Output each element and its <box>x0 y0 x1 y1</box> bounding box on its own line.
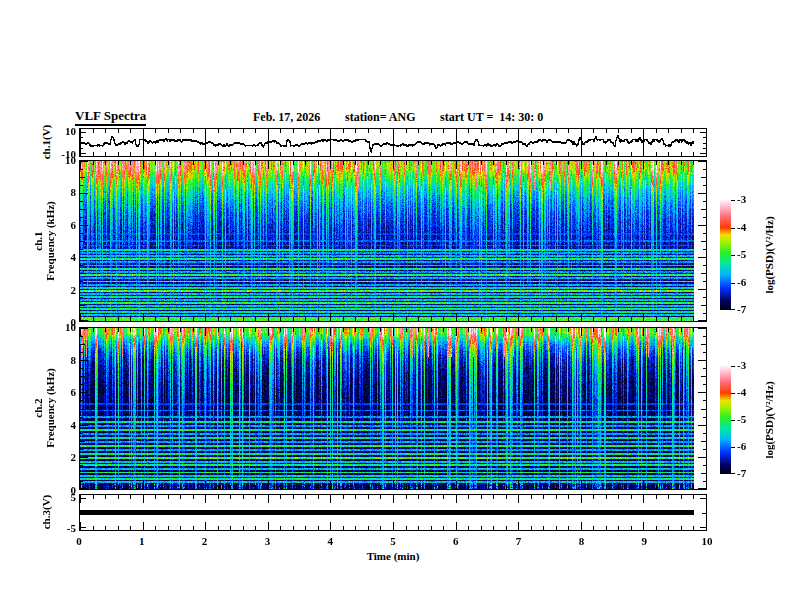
tick-mark <box>556 526 557 530</box>
tick-mark <box>406 317 407 321</box>
tick-mark <box>280 495 281 499</box>
tick-mark <box>456 313 457 321</box>
tick-mark <box>180 152 181 156</box>
colorbar-tick-label: -5 <box>737 248 746 260</box>
tick-mark <box>293 129 294 133</box>
tick-mark <box>205 328 206 336</box>
tick-mark <box>305 129 306 133</box>
tick-mark <box>693 129 694 133</box>
tick-mark <box>330 161 331 169</box>
tick-mark <box>681 485 682 489</box>
tick-mark <box>681 317 682 321</box>
tick-mark <box>703 143 706 144</box>
tick-mark <box>731 283 735 284</box>
tick-mark <box>701 409 706 410</box>
tick-mark <box>556 317 557 321</box>
tick-mark <box>731 228 735 229</box>
tick-mark <box>280 317 281 321</box>
tick-mark <box>693 152 694 156</box>
tick-mark <box>668 526 669 530</box>
tick-mark <box>701 177 706 178</box>
tick-mark <box>568 495 569 499</box>
tick-mark <box>618 328 619 332</box>
tick-mark <box>380 328 381 332</box>
ch2-spec-axis-label-line2: Frequency (kHz) <box>44 368 56 448</box>
tick-mark <box>80 289 88 290</box>
tick-mark <box>105 161 106 165</box>
tick-mark <box>343 495 344 499</box>
tick-mark <box>493 152 494 156</box>
tick-mark <box>531 152 532 156</box>
tick-mark <box>431 129 432 133</box>
tick-mark <box>93 328 94 332</box>
tick-mark <box>406 152 407 156</box>
tick-mark <box>701 376 706 377</box>
tick-mark <box>506 526 507 530</box>
tick-mark <box>168 495 169 499</box>
tick-mark <box>703 148 706 149</box>
tick-mark <box>380 317 381 321</box>
ch1-spec-axis-label-line1: ch.1 <box>32 201 44 281</box>
tick-mark <box>218 485 219 489</box>
tick-mark <box>80 352 83 353</box>
tick-mark <box>393 481 394 489</box>
tick-mark <box>130 317 131 321</box>
tick-mark <box>205 161 206 169</box>
colorbar-tick-label: -4 <box>737 221 746 233</box>
tick-mark <box>330 328 331 336</box>
tick-mark <box>243 129 244 133</box>
tick-mark <box>293 161 294 165</box>
tick-mark <box>93 495 94 499</box>
tick-mark <box>531 129 532 133</box>
tick-mark <box>556 152 557 156</box>
tick-mark <box>355 485 356 489</box>
tick-mark <box>418 317 419 321</box>
tick-mark <box>593 526 594 530</box>
tick-mark <box>698 320 706 321</box>
tick-mark <box>180 328 181 332</box>
tick-mark <box>255 317 256 321</box>
tick-mark <box>431 485 432 489</box>
tick-mark <box>431 152 432 156</box>
tick-mark <box>531 328 532 332</box>
tick-mark <box>481 152 482 156</box>
tick-mark <box>493 328 494 332</box>
tick-mark <box>698 193 706 194</box>
tick-mark <box>393 495 394 503</box>
ch1-spec-axis-label-line2: Frequency (kHz) <box>44 201 56 281</box>
ch1-waveform-panel <box>79 128 707 157</box>
tick-mark <box>105 152 106 156</box>
tick-mark <box>305 495 306 499</box>
tick-mark <box>205 313 206 321</box>
tick-mark <box>268 495 269 503</box>
tick-mark <box>543 152 544 156</box>
tick-mark <box>255 495 256 499</box>
tick-mark <box>155 129 156 133</box>
tick-mark <box>80 488 88 489</box>
tick-mark <box>703 137 706 138</box>
tick-mark <box>606 485 607 489</box>
tick-mark <box>731 420 735 421</box>
tick-mark <box>618 152 619 156</box>
tick-mark <box>80 241 85 242</box>
tick-mark <box>703 265 706 266</box>
tick-mark <box>255 485 256 489</box>
tick-mark <box>656 485 657 489</box>
tick-mark <box>393 313 394 321</box>
tick-mark <box>693 328 694 332</box>
tick-mark <box>80 473 85 474</box>
tick-mark <box>193 495 194 499</box>
tick-mark <box>581 481 582 489</box>
tick-mark <box>703 465 706 466</box>
tick-mark <box>481 317 482 321</box>
tick-mark <box>731 393 735 394</box>
tick-mark <box>93 317 94 321</box>
tick-mark <box>80 392 88 393</box>
tick-mark <box>318 152 319 156</box>
tick-mark <box>543 495 544 499</box>
tick-mark <box>568 152 569 156</box>
tick-mark <box>568 161 569 165</box>
tick-mark <box>568 328 569 332</box>
tick-mark <box>168 328 169 332</box>
tick-mark <box>105 526 106 530</box>
